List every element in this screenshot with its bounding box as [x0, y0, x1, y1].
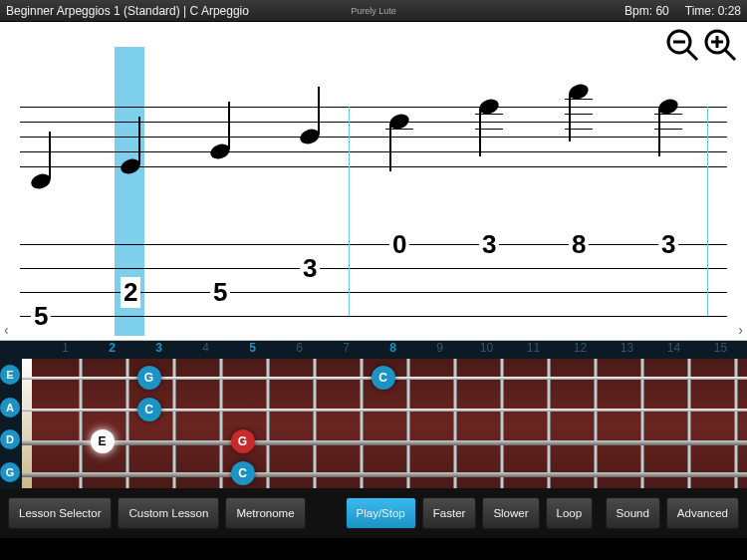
- tab-number: 3: [658, 229, 678, 260]
- tab-number: 5: [31, 301, 51, 332]
- next-page-button[interactable]: ›: [738, 322, 743, 338]
- fretboard-marker: C: [137, 398, 161, 421]
- open-strings-column: EADG: [0, 359, 22, 488]
- note-stem: [479, 109, 481, 156]
- top-bar: Beginner Arpeggios 1 (Standard) | C Arpe…: [0, 0, 747, 22]
- zoom-out-icon: [665, 28, 699, 62]
- loop-button[interactable]: Loop: [546, 497, 594, 529]
- custom-lesson-button[interactable]: Custom Lesson: [118, 497, 219, 529]
- music-staff: [20, 107, 727, 166]
- fret-number: 1: [42, 341, 89, 359]
- fret-number: 6: [276, 341, 323, 359]
- fret-number-row: 123456789101112131415: [0, 341, 747, 359]
- fret-number: 10: [463, 341, 510, 359]
- fret-number: 9: [416, 341, 463, 359]
- tab-number: 3: [479, 229, 499, 260]
- zoom-in-icon: [703, 28, 737, 62]
- open-string-label: E: [0, 365, 20, 385]
- svg-line-1: [687, 50, 697, 60]
- note-stem: [228, 102, 230, 149]
- slower-button[interactable]: Slower: [482, 497, 539, 529]
- open-string-label: A: [0, 398, 20, 418]
- string: [22, 472, 747, 477]
- fretboard-marker: G: [231, 429, 255, 453]
- svg-line-4: [725, 50, 735, 60]
- note-stem: [658, 109, 660, 156]
- zoom-controls: [665, 28, 737, 62]
- fret-number: 14: [650, 341, 697, 359]
- fret-number: 11: [510, 341, 557, 359]
- zoom-in-button[interactable]: [703, 28, 737, 62]
- tab-number: 0: [389, 229, 409, 260]
- string: [22, 440, 747, 445]
- fret-number: 3: [135, 341, 182, 359]
- advanced-button[interactable]: Advanced: [666, 497, 739, 529]
- string: [22, 409, 747, 412]
- prev-page-button[interactable]: ‹: [4, 322, 9, 338]
- fretboard-marker: C: [231, 461, 255, 485]
- lesson-title: Beginner Arpeggios 1 (Standard) | C Arpe…: [6, 4, 249, 18]
- play-stop-button[interactable]: Play/Stop: [346, 497, 416, 529]
- faster-button[interactable]: Faster: [422, 497, 477, 529]
- tab-number: 3: [300, 253, 320, 284]
- fret-number: 5: [229, 341, 276, 359]
- fret-number: 13: [604, 341, 650, 359]
- note-stem: [569, 94, 571, 141]
- tab-number: 2: [121, 277, 140, 308]
- fretboard-marker: C: [372, 366, 395, 390]
- tab-number: 5: [210, 277, 230, 308]
- score-area: 52530383 ‹ ›: [0, 22, 747, 341]
- fret-number: 2: [89, 341, 135, 359]
- metronome-button[interactable]: Metronome: [225, 497, 305, 529]
- note-stem: [318, 87, 320, 135]
- fretboard-marker: G: [137, 366, 161, 390]
- fret-number: 15: [697, 341, 744, 359]
- open-string-label: G: [0, 462, 20, 482]
- note-stem: [49, 132, 51, 179]
- open-string-label: D: [0, 429, 20, 449]
- note-stem: [138, 117, 140, 164]
- tab-number: 8: [569, 229, 589, 260]
- note-stem: [389, 124, 391, 171]
- lesson-selector-button[interactable]: Lesson Selector: [8, 497, 112, 529]
- fret-number: 8: [370, 341, 416, 359]
- fret-number: 7: [323, 341, 370, 359]
- bottom-toolbar: Lesson Selector Custom Lesson Metronome …: [0, 488, 747, 538]
- sound-button[interactable]: Sound: [606, 497, 660, 529]
- fretboard-marker: E: [91, 429, 115, 453]
- fret-number: 12: [557, 341, 604, 359]
- bpm-label: Bpm: 60: [624, 4, 669, 18]
- time-label: Time: 0:28: [685, 4, 741, 18]
- brand-label: Purely Lute: [351, 6, 396, 16]
- fretboard: EADG GCCEGC: [0, 359, 747, 488]
- zoom-out-button[interactable]: [665, 28, 699, 62]
- fret-number: 4: [182, 341, 229, 359]
